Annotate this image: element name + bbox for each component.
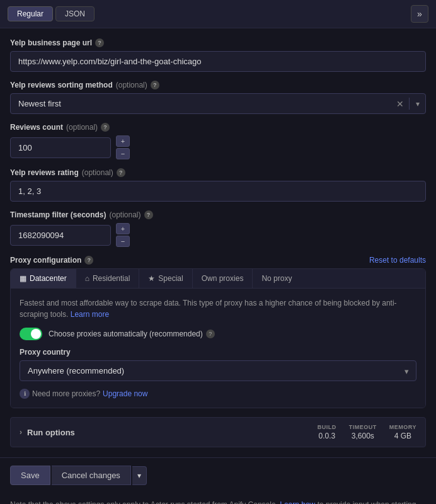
reviews-count-help-icon[interactable]: ? xyxy=(101,123,110,132)
build-stat: BUILD 0.0.3 xyxy=(318,424,336,440)
clear-sorting-button[interactable]: ✕ xyxy=(391,99,409,109)
run-options-bar[interactable]: › Run options BUILD 0.0.3 TIMEOUT 3,600s… xyxy=(10,417,426,447)
toggle-knob xyxy=(31,329,41,339)
run-options-chevron-icon: › xyxy=(20,428,22,437)
proxy-group: Proxy configuration ? Reset to defaults … xyxy=(10,256,426,408)
rating-input[interactable] xyxy=(10,181,426,202)
timestamp-label: Timestamp filter (seconds) (optional) ? xyxy=(10,210,426,219)
proxy-country-label: Proxy country xyxy=(20,348,416,357)
cancel-dropdown-button[interactable]: ▾ xyxy=(132,466,147,485)
timestamp-group: Timestamp filter (seconds) (optional) ? … xyxy=(10,210,426,247)
proxy-tab-own[interactable]: Own proxies xyxy=(193,269,253,288)
top-bar: Regular JSON » xyxy=(0,0,436,28)
auto-proxy-toggle-row: Choose proxies automatically (recommende… xyxy=(20,328,416,340)
sorting-method-wrapper: Newest first Oldest first Highest rated … xyxy=(10,93,426,114)
auto-proxy-label: Choose proxies automatically (recommende… xyxy=(49,329,215,338)
sorting-chevron-icon[interactable]: ▾ xyxy=(410,100,426,108)
yelp-url-help-icon[interactable]: ? xyxy=(95,38,104,47)
learn-more-link[interactable]: Learn more xyxy=(71,310,109,319)
bottom-bar: Save Cancel changes ▾ xyxy=(0,457,436,493)
proxy-body: Fastest and most affordable way to scrap… xyxy=(11,289,425,408)
select-icons: ✕ ▾ xyxy=(391,93,426,114)
timestamp-stepper: + − xyxy=(116,223,130,247)
reviews-count-decrement[interactable]: − xyxy=(116,148,130,159)
proxy-tab-none[interactable]: No proxy xyxy=(253,269,301,288)
reviews-count-row: + − xyxy=(10,135,426,159)
save-button[interactable]: Save xyxy=(10,466,50,485)
residential-icon: ⌂ xyxy=(85,274,89,283)
run-options-right: BUILD 0.0.3 TIMEOUT 3,600s MEMORY 4 GB xyxy=(318,424,416,440)
proxy-tab-residential[interactable]: ⌂ Residential xyxy=(76,269,140,288)
proxy-tab-datacenter[interactable]: ▦ Datacenter xyxy=(11,269,76,288)
memory-stat: MEMORY 4 GB xyxy=(389,424,416,440)
sorting-method-select[interactable]: Newest first Oldest first Highest rated … xyxy=(10,93,426,114)
reset-defaults-link[interactable]: Reset to defaults xyxy=(369,256,426,265)
more-proxies-note: ℹ Need more proxies? Upgrade now xyxy=(20,389,416,399)
rating-help-icon[interactable]: ? xyxy=(117,168,125,177)
proxy-tab-group: ▦ Datacenter ⌂ Residential ★ Special Own… xyxy=(11,269,425,289)
sorting-method-label: Yelp reviews sorting method (optional) ? xyxy=(10,81,426,89)
view-tab-group: Regular JSON xyxy=(8,6,95,21)
timestamp-decrement[interactable]: − xyxy=(116,236,130,247)
timestamp-help-icon[interactable]: ? xyxy=(144,210,153,219)
reviews-count-increment[interactable]: + xyxy=(116,135,130,147)
proxy-section-header: Proxy configuration ? Reset to defaults xyxy=(10,256,426,265)
run-options-left: › Run options xyxy=(20,428,75,437)
datacenter-icon: ▦ xyxy=(20,274,26,283)
sorting-method-group: Yelp reviews sorting method (optional) ?… xyxy=(10,81,426,114)
proxy-section: ▦ Datacenter ⌂ Residential ★ Special Own… xyxy=(10,268,426,408)
tab-regular[interactable]: Regular xyxy=(8,6,53,21)
reviews-count-label: Reviews count (optional) ? xyxy=(10,123,426,132)
timestamp-input[interactable] xyxy=(10,225,111,246)
timeout-stat: TIMEOUT 3,600s xyxy=(349,424,377,440)
reviews-count-group: Reviews count (optional) ? + − xyxy=(10,123,426,159)
expand-button[interactable]: » xyxy=(411,5,428,23)
upgrade-link[interactable]: Upgrade now xyxy=(103,389,147,398)
rating-label: Yelp reviews rating (optional) ? xyxy=(10,168,426,177)
main-content: Yelp business page url ? Yelp reviews so… xyxy=(0,28,436,457)
proxy-help-icon[interactable]: ? xyxy=(84,256,93,265)
proxy-country-select[interactable]: Anywhere (recommended) xyxy=(20,360,416,381)
reviews-count-stepper: + − xyxy=(116,135,130,159)
timestamp-row: + − xyxy=(10,223,426,247)
yelp-url-group: Yelp business page url ? xyxy=(10,38,426,72)
proxy-tab-special[interactable]: ★ Special xyxy=(139,269,192,288)
footer-note: Note that the above settings only apply … xyxy=(0,493,436,504)
proxy-description: Fastest and most affordable way to scrap… xyxy=(20,297,416,320)
special-icon: ★ xyxy=(148,274,155,283)
rating-group: Yelp reviews rating (optional) ? xyxy=(10,168,426,202)
auto-proxy-toggle[interactable] xyxy=(20,328,42,340)
reviews-count-input[interactable] xyxy=(10,137,111,158)
tab-json[interactable]: JSON xyxy=(55,6,95,21)
sorting-method-help-icon[interactable]: ? xyxy=(151,81,159,89)
yelp-url-label: Yelp business page url ? xyxy=(10,38,426,47)
timestamp-increment[interactable]: + xyxy=(116,223,130,234)
yelp-url-input[interactable] xyxy=(10,51,426,72)
learn-how-link[interactable]: Learn how xyxy=(280,500,315,504)
proxy-title: Proxy configuration ? xyxy=(10,256,93,265)
auto-proxy-help-icon[interactable]: ? xyxy=(206,329,215,338)
more-proxies-info-icon: ℹ xyxy=(20,389,30,399)
proxy-country-wrapper: Anywhere (recommended) ▾ xyxy=(20,360,416,381)
cancel-button[interactable]: Cancel changes xyxy=(52,466,131,485)
